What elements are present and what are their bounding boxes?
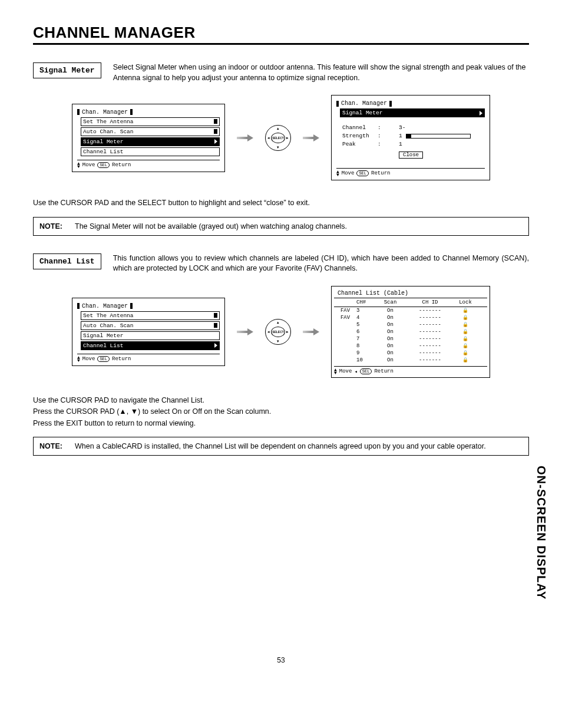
menu-item[interactable]: Channel List xyxy=(81,147,220,156)
chlist-note: NOTE: When a CableCARD is installed, the… xyxy=(33,437,529,456)
menu-item-highlight[interactable]: Channel List xyxy=(81,341,220,350)
remote-select-button[interactable]: ▴ ▾ ◂ ▸ SELECT xyxy=(265,125,291,151)
flow-arrow-icon xyxy=(237,135,253,141)
sel-icon: SEL xyxy=(360,368,372,374)
cursor-right-icon: ▸ xyxy=(286,136,289,140)
lock-icon xyxy=(462,322,468,328)
osd-channel-list: Channel List (Cable) CH# Scan CH ID Lock… xyxy=(331,286,490,378)
table-row[interactable]: 10On------- xyxy=(334,357,487,364)
chlist-body: FAV3On-------FAV4On-------5On-------6On-… xyxy=(334,307,487,364)
chlist-header: CH# Scan CH ID Lock xyxy=(334,298,487,307)
signal-meter-section: Signal Meter Select Signal Meter when us… xyxy=(33,62,529,83)
cursor-right-icon: ▸ xyxy=(286,330,289,334)
chlist-instr1: Use the CURSOR PAD to navigate the Chann… xyxy=(33,396,529,406)
lock-icon xyxy=(462,308,468,314)
cursor-up-icon: ▴ xyxy=(277,126,279,131)
channel-list-label: Channel List xyxy=(33,253,101,269)
cursor-down-icon: ▾ xyxy=(277,339,279,344)
chlist-instr2: Press the CURSOR PAD (▲, ▼) to select On… xyxy=(33,407,529,417)
left-icon: ◂ xyxy=(354,368,357,375)
signal-meter-label: Signal Meter xyxy=(33,62,101,78)
channel-list-diagram: Chan. Manager Set The Antenna Auto Chan.… xyxy=(33,286,529,378)
page-number: 53 xyxy=(33,656,529,664)
select-label: SELECT xyxy=(271,327,285,337)
cursor-up-icon: ▴ xyxy=(277,320,279,325)
osd-sub-highlight: Signal Meter xyxy=(340,108,485,117)
signal-note: NOTE: The Signal Meter will not be avail… xyxy=(33,217,529,236)
channel-row: Channel : 3- xyxy=(342,124,479,131)
osd-footer: ▲▼ Move SEL Return xyxy=(336,168,485,176)
note-text: When a CableCARD is installed, the Chann… xyxy=(75,442,523,450)
signal-meter-desc: Select Signal Meter when using an indoor… xyxy=(113,62,529,83)
select-label: SELECT xyxy=(271,133,285,143)
updown-icon: ▲▼ xyxy=(336,170,339,176)
lock-icon xyxy=(462,315,468,321)
flow-arrow-icon xyxy=(303,135,319,141)
close-button[interactable]: Close xyxy=(399,151,423,159)
table-row[interactable]: FAV4On------- xyxy=(334,314,487,321)
channel-list-desc: This function allows you to review which… xyxy=(113,253,529,274)
osd-menu-title: Chan. Manager xyxy=(77,109,220,116)
strength-bar xyxy=(406,134,471,139)
signal-exit-instr: Use the CURSOR PAD and the SELECT button… xyxy=(33,198,529,209)
sel-icon: SEL xyxy=(97,162,110,168)
cursor-left-icon: ◂ xyxy=(267,330,270,334)
cursor-left-icon: ◂ xyxy=(267,136,270,140)
lock-icon xyxy=(462,350,468,356)
note-label: NOTE: xyxy=(39,222,75,230)
sel-icon: SEL xyxy=(97,356,110,362)
table-row[interactable]: 9On------- xyxy=(334,350,487,357)
signal-meter-diagram: Chan. Manager Set The Antenna Auto Chan.… xyxy=(33,95,529,180)
channel-list-section: Channel List This function allows you to… xyxy=(33,253,529,274)
chlist-instr3: Press the EXIT button to return to norma… xyxy=(33,419,529,429)
lock-icon xyxy=(462,357,468,363)
osd-menu-chlist: Chan. Manager Set The Antenna Auto Chan.… xyxy=(72,298,225,366)
page-title: CHANNEL MANAGER xyxy=(33,24,529,45)
table-row[interactable]: 8On------- xyxy=(334,342,487,350)
menu-item[interactable]: Auto Chan. Scan xyxy=(81,127,220,136)
osd-menu-signal: Chan. Manager Set The Antenna Auto Chan.… xyxy=(72,104,225,172)
lock-icon xyxy=(462,336,468,342)
updown-icon: ▲▼ xyxy=(334,368,337,374)
flow-arrow-icon xyxy=(303,329,319,335)
menu-item[interactable]: Auto Chan. Scan xyxy=(81,321,220,330)
updown-icon: ▲▼ xyxy=(77,356,80,362)
flow-arrow-icon xyxy=(237,329,253,335)
osd-footer: ▲▼ Move ◂SEL Return xyxy=(334,366,487,375)
table-row[interactable]: 6On------- xyxy=(334,328,487,335)
note-text: The Signal Meter will not be available (… xyxy=(75,222,523,230)
menu-item[interactable]: Set The Antenna xyxy=(81,311,220,320)
osd-result-title: Chan. Manager xyxy=(336,100,485,107)
osd-footer: ▲▼ Move SEL Return xyxy=(77,160,220,168)
sel-icon: SEL xyxy=(356,170,369,176)
chlist-title: Channel List (Cable) xyxy=(334,289,487,298)
side-tab-label: ON-SCREEN DISPLAY xyxy=(534,466,548,599)
lock-icon xyxy=(462,343,468,349)
osd-menu-title: Chan. Manager xyxy=(77,303,220,309)
menu-item[interactable]: Signal Meter xyxy=(81,331,220,340)
table-row[interactable]: 5On------- xyxy=(334,321,487,328)
osd-footer: ▲▼ Move SEL Return xyxy=(77,354,220,362)
updown-icon: ▲▼ xyxy=(77,162,80,168)
cursor-down-icon: ▾ xyxy=(277,145,279,150)
note-label: NOTE: xyxy=(39,442,75,450)
menu-item[interactable]: Set The Antenna xyxy=(81,117,220,126)
strength-row: Strength : 1 xyxy=(342,133,479,139)
menu-item-highlight[interactable]: Signal Meter xyxy=(81,137,220,146)
lock-icon xyxy=(462,329,468,335)
osd-signal-result: Chan. Manager Signal Meter Channel : 3- … xyxy=(331,95,490,180)
remote-select-button[interactable]: ▴ ▾ ◂ ▸ SELECT xyxy=(265,319,291,345)
peak-row: Peak : 1 xyxy=(342,141,479,147)
table-row[interactable]: FAV3On------- xyxy=(334,307,487,314)
table-row[interactable]: 7On------- xyxy=(334,335,487,342)
